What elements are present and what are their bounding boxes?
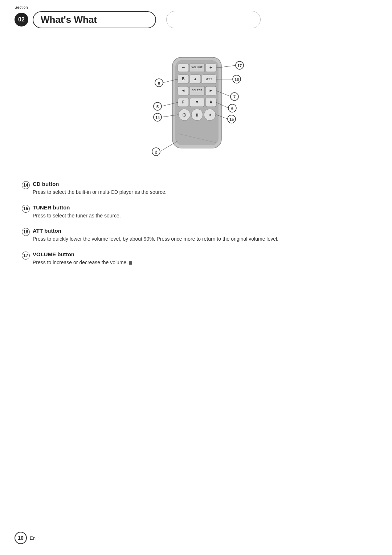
end-mark-icon <box>129 261 132 265</box>
desc-number-17: 17 <box>22 252 30 260</box>
desc-text-cd: Press to select the built-in or multi-CD… <box>33 188 370 196</box>
svg-text:VOLUME: VOLUME <box>192 66 203 69</box>
desc-content-cd: CD button Press to select the built-in o… <box>33 181 370 196</box>
svg-text:8: 8 <box>158 81 160 85</box>
svg-text:SELECT: SELECT <box>192 89 203 91</box>
desc-number-14: 14 <box>22 181 30 189</box>
section-badge: 02 <box>15 13 28 26</box>
section-label: Section <box>15 5 377 9</box>
svg-text:B: B <box>182 77 184 81</box>
desc-title-cd: CD button <box>33 181 370 187</box>
svg-text:⊙: ⊙ <box>182 112 187 118</box>
svg-text:►: ► <box>209 88 213 93</box>
svg-text:ATT: ATT <box>206 77 212 81</box>
svg-text:▼: ▼ <box>195 100 199 104</box>
svg-text:2: 2 <box>155 150 157 154</box>
svg-text:≈: ≈ <box>208 112 211 118</box>
svg-text:15: 15 <box>229 117 234 122</box>
svg-text:6: 6 <box>231 106 233 111</box>
desc-title-tuner: TUNER button <box>33 204 370 211</box>
title-pill: What's What <box>33 11 156 28</box>
desc-item-att: 16 ATT button Press to quickly lower the… <box>22 228 370 243</box>
desc-text-tuner: Press to select the tuner as the source. <box>33 212 370 220</box>
desc-text-att: Press to quickly lower the volume level,… <box>33 235 370 243</box>
desc-item-tuner: 15 TUNER button Press to select the tune… <box>22 204 370 220</box>
desc-text-volume: Press to increase or decrease the volume… <box>33 259 370 267</box>
svg-text:16: 16 <box>234 77 239 82</box>
desc-content-volume: VOLUME button Press to increase or decre… <box>33 251 370 267</box>
svg-text:5: 5 <box>156 105 159 109</box>
desc-content-att: ATT button Press to quickly lower the vo… <box>33 228 370 243</box>
svg-text:+: + <box>209 65 212 70</box>
desc-title-volume: VOLUME button <box>33 251 370 257</box>
page-language: En <box>30 535 36 541</box>
svg-line-57 <box>160 141 178 152</box>
desc-content-tuner: TUNER button Press to select the tuner a… <box>33 204 370 220</box>
svg-text:◄: ◄ <box>181 88 185 93</box>
desc-number-15: 15 <box>22 205 30 213</box>
remote-illustration: − VOLUME + B ▲ ATT ◄ SELECT ► F <box>22 50 370 166</box>
desc-number-16: 16 <box>22 228 30 236</box>
desc-title-att: ATT button <box>33 228 370 234</box>
svg-text:⏸: ⏸ <box>195 113 199 118</box>
svg-text:F: F <box>182 100 184 104</box>
footer: 10 En <box>15 532 36 544</box>
page-number: 10 <box>15 532 27 544</box>
header-right-box <box>166 11 261 28</box>
svg-text:17: 17 <box>237 64 242 68</box>
svg-text:A: A <box>209 100 212 104</box>
svg-text:▲: ▲ <box>193 77 197 81</box>
svg-text:14: 14 <box>155 115 160 120</box>
svg-text:−: − <box>182 65 185 70</box>
svg-text:7: 7 <box>233 95 236 99</box>
desc-item-cd: 14 CD button Press to select the built-i… <box>22 181 370 196</box>
descriptions-section: 14 CD button Press to select the built-i… <box>22 181 370 267</box>
desc-item-volume: 17 VOLUME button Press to increase or de… <box>22 251 370 267</box>
